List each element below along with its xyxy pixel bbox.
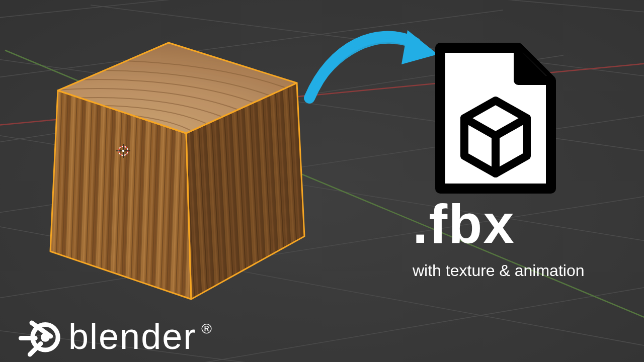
cube-object[interactable]: [43, 25, 325, 307]
file-extension: .fbx: [413, 196, 585, 251]
blender-logo: blender ®: [18, 314, 212, 359]
brand-name: blender: [68, 316, 196, 357]
registered-mark: ®: [201, 321, 212, 337]
viewport-scene: .fbx with texture & animation blender ®: [0, 0, 644, 362]
file-3d-icon: [430, 38, 561, 199]
svg-point-44: [122, 150, 124, 152]
blender-logo-icon: [18, 314, 63, 359]
export-label: .fbx with texture & animation: [413, 196, 585, 280]
arrow-icon: [302, 15, 443, 116]
file-subtitle: with texture & animation: [413, 261, 585, 280]
